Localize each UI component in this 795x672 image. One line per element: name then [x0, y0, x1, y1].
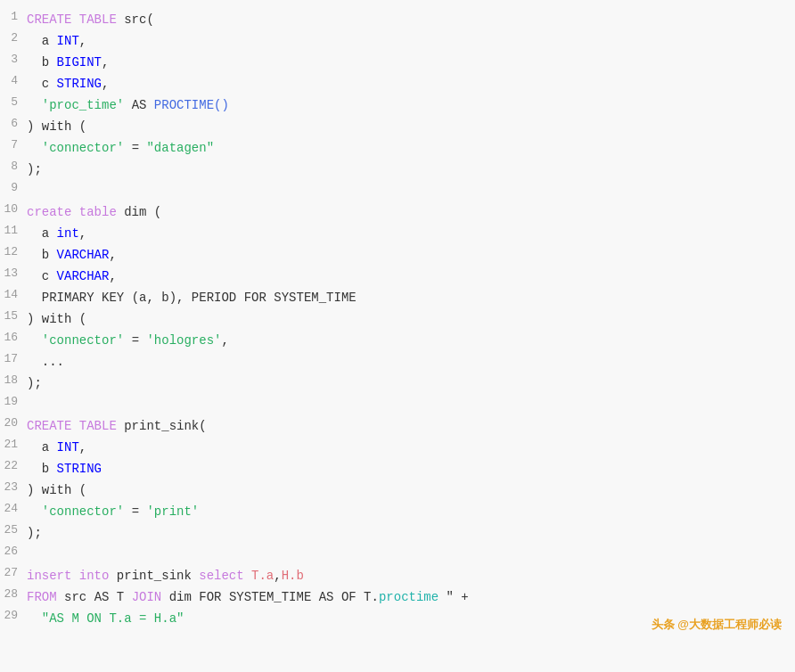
line-number: 23 — [0, 480, 27, 494]
code-content: ); — [27, 373, 795, 393]
line-number: 3 — [0, 53, 27, 66]
line-number: 26 — [0, 545, 27, 558]
code-content: ) with ( — [27, 309, 795, 329]
code-content: b BIGINT, — [27, 53, 795, 72]
code-line: 2 a INT, — [0, 30, 795, 52]
code-content: c VARCHAR, — [27, 266, 795, 286]
code-line: 21 a INT, — [0, 437, 795, 458]
code-line: 5 'proc_time' AS PROCTIME() — [0, 94, 795, 116]
code-content: insert into print_sink select T.a,H.b — [27, 566, 795, 586]
code-content: a INT, — [27, 31, 795, 51]
line-number: 6 — [0, 117, 27, 130]
code-line: 9 — [0, 180, 795, 201]
code-content — [27, 181, 795, 201]
code-content: create table dim ( — [27, 202, 795, 222]
line-number: 11 — [0, 224, 27, 237]
code-content: 'connector' = 'hologres', — [27, 331, 795, 350]
code-line: 17 ... — [0, 351, 795, 373]
code-line: 18); — [0, 373, 795, 394]
code-line: 6) with ( — [0, 116, 795, 137]
code-line: 10create table dim ( — [0, 201, 795, 223]
code-content: b STRING — [27, 459, 795, 479]
code-line: 26 — [0, 544, 795, 565]
code-line: 22 b STRING — [0, 458, 795, 479]
line-number: 12 — [0, 245, 27, 258]
line-number: 10 — [0, 202, 27, 216]
line-number: 4 — [0, 74, 27, 87]
line-number: 28 — [0, 587, 27, 601]
code-content — [27, 545, 795, 564]
code-content: CREATE TABLE src( — [27, 10, 795, 29]
line-number: 8 — [0, 160, 27, 173]
code-line: 14 PRIMARY KEY (a, b), PERIOD FOR SYSTEM… — [0, 287, 795, 308]
line-number: 21 — [0, 438, 27, 451]
line-number: 18 — [0, 373, 27, 387]
code-content: a INT, — [27, 438, 795, 457]
code-content: CREATE TABLE print_sink( — [27, 416, 795, 436]
line-number: 15 — [0, 309, 27, 323]
line-number: 19 — [0, 395, 27, 408]
code-line: 1CREATE TABLE src( — [0, 9, 795, 30]
line-number: 27 — [0, 566, 27, 579]
line-number: 7 — [0, 138, 27, 152]
code-line: 28FROM src AS T JOIN dim FOR SYSTEM_TIME… — [0, 586, 795, 608]
code-line: 13 c VARCHAR, — [0, 266, 795, 287]
code-content: ... — [27, 352, 795, 372]
code-container: 1CREATE TABLE src(2 a INT,3 b BIGINT,4 c… — [0, 0, 795, 642]
line-number: 9 — [0, 181, 27, 194]
code-line: 25); — [0, 522, 795, 544]
code-line: 15) with ( — [0, 308, 795, 330]
code-content: ); — [27, 523, 795, 543]
code-content: ) with ( — [27, 117, 795, 136]
line-number: 24 — [0, 502, 27, 515]
line-number: 25 — [0, 523, 27, 537]
code-content: FROM src AS T JOIN dim FOR SYSTEM_TIME A… — [27, 587, 795, 607]
code-line: 8); — [0, 159, 795, 180]
code-line: 24 'connector' = 'print' — [0, 501, 795, 522]
code-line: 12 b VARCHAR, — [0, 244, 795, 266]
code-content — [27, 395, 795, 414]
line-number: 20 — [0, 416, 27, 430]
code-line: 16 'connector' = 'hologres', — [0, 330, 795, 351]
line-number: 5 — [0, 95, 27, 109]
line-number: 29 — [0, 609, 27, 622]
code-content: 'proc_time' AS PROCTIME() — [27, 95, 795, 115]
line-number: 2 — [0, 31, 27, 45]
code-line: 27insert into print_sink select T.a,H.b — [0, 565, 795, 586]
line-number: 14 — [0, 288, 27, 301]
code-line: 20CREATE TABLE print_sink( — [0, 415, 795, 437]
code-line: 11 a int, — [0, 223, 795, 244]
code-line: 7 'connector' = "datagen" — [0, 137, 795, 159]
code-content: c STRING, — [27, 74, 795, 94]
watermark: 头条 @大数据工程师必读 — [652, 617, 782, 633]
line-number: 16 — [0, 331, 27, 344]
line-number: 17 — [0, 352, 27, 365]
code-content: b VARCHAR, — [27, 245, 795, 265]
code-content: 'connector' = 'print' — [27, 502, 795, 521]
code-content: PRIMARY KEY (a, b), PERIOD FOR SYSTEM_TI… — [27, 288, 795, 307]
code-content: a int, — [27, 224, 795, 243]
code-line: 19 — [0, 394, 795, 415]
line-number: 13 — [0, 266, 27, 280]
line-number: 1 — [0, 10, 27, 23]
code-line: 3 b BIGINT, — [0, 52, 795, 73]
code-content: ) with ( — [27, 480, 795, 500]
line-number: 22 — [0, 459, 27, 472]
code-content: 'connector' = "datagen" — [27, 138, 795, 158]
code-line: 23) with ( — [0, 479, 795, 501]
code-content: ); — [27, 160, 795, 179]
code-line: 4 c STRING, — [0, 73, 795, 94]
